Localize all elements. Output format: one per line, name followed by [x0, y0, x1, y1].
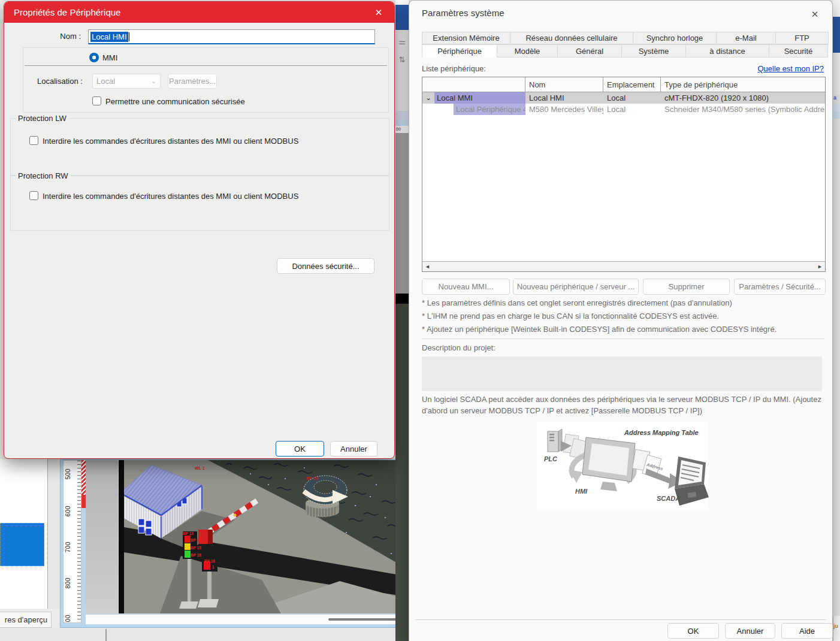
- cancel-button[interactable]: Annuler: [725, 623, 775, 639]
- dialog-title: Paramètres système: [422, 8, 504, 18]
- preview-tab-label: res d'aperçu: [5, 615, 47, 624]
- preview-panel: [0, 459, 48, 609]
- scada-info-text: Un logiciel SCADA peut accéder aux donné…: [422, 394, 828, 416]
- tab-systeme[interactable]: Système: [621, 44, 686, 58]
- protection-rw-title: Protection RW: [16, 171, 71, 180]
- tab-peripherique[interactable]: Périphérique: [422, 44, 497, 58]
- tab-synchro-horloge[interactable]: Synchro horloge: [633, 32, 717, 44]
- tree-cell-local-mmi: Local MMI: [434, 92, 525, 104]
- tab-reseau-cellulaire[interactable]: Réseau données cellulaire: [510, 32, 633, 44]
- mmi-radio[interactable]: [89, 53, 99, 62]
- cell-type: Schneider M340/M580 series (Symbolic Add…: [661, 104, 825, 115]
- localisation-select[interactable]: Local ⌄: [92, 74, 161, 89]
- protection-lw-title: Protection LW: [16, 114, 69, 123]
- new-mmi-button[interactable]: Nouveau MMI...: [422, 279, 510, 295]
- vertical-ruler: 500 600 700 800 900: [63, 460, 81, 623]
- localisation-label: Localisation :: [37, 77, 83, 86]
- tab-securite[interactable]: Securité: [769, 44, 828, 58]
- divider: [415, 619, 826, 620]
- security-data-button[interactable]: Données sécurité...: [277, 258, 374, 274]
- address-mapping-table-label: Address Mapping Table: [624, 429, 699, 436]
- what-is-my-ip-link[interactable]: Quelle est mon IP?: [757, 64, 824, 73]
- plc-label: PLC: [544, 455, 558, 462]
- plc-icon: [548, 429, 562, 452]
- table-header-emplacement: Emplacement: [603, 77, 661, 92]
- protection-rw-group: Protection RW Interdire les commandes d'…: [10, 176, 389, 231]
- ruler-number: 500: [65, 468, 71, 479]
- scene-label-bp18-value: 1: [212, 565, 214, 569]
- scroll-left-icon[interactable]: ◄: [425, 264, 430, 270]
- mini-ruler-text: 00: [396, 127, 401, 131]
- tab-extension-memoire[interactable]: Extension Mémoire: [422, 32, 510, 44]
- settings-tabs: Extension Mémoire Réseau données cellula…: [422, 32, 830, 58]
- scene-label-bp13: BP 13: [183, 531, 194, 536]
- dialog-title: Propriétés de Périphérique: [14, 7, 120, 17]
- device-list-label: Liste périphérique:: [422, 64, 486, 73]
- help-button[interactable]: Aide: [781, 623, 833, 639]
- cell-nom: M580 Mercedes Villey: [525, 104, 603, 115]
- tree-expand-icon[interactable]: ⌄: [422, 94, 434, 102]
- table-row[interactable]: Local Périphérique 4 M580 Mercedes Ville…: [422, 104, 825, 115]
- canvas-horizontal-scrollbar[interactable]: [86, 614, 414, 624]
- device-properties-dialog: Propriétés de Périphérique ✕ Nom : Local…: [4, 1, 395, 459]
- cell-type: cMT-FHDX-820 (1920 x 1080): [661, 92, 825, 104]
- cancel-button[interactable]: Annuler: [330, 441, 377, 456]
- tab-a-distance[interactable]: à distance: [685, 44, 769, 58]
- dialog-titlebar[interactable]: Propriétés de Périphérique: [4, 2, 394, 23]
- cell-emplacement: Local: [603, 104, 661, 115]
- parametres-button[interactable]: Paramètres...: [168, 74, 217, 89]
- table-header-tree: [422, 77, 525, 92]
- table-horizontal-scrollbar[interactable]: ◄ ►: [422, 261, 825, 271]
- scene-label-bp14: BP 14: [191, 538, 201, 542]
- delete-button[interactable]: Supprimer: [643, 279, 730, 295]
- new-device-server-button[interactable]: Nouveau périphérique / serveur ...: [513, 279, 639, 295]
- scene-3d-viewport[interactable]: WL 1: [124, 460, 414, 613]
- table-row[interactable]: ⌄ Local MMI Local HMI Local cMT-FHDX-820…: [422, 92, 825, 104]
- status-divider: [105, 629, 107, 641]
- project-description-textarea[interactable]: [422, 356, 822, 391]
- table-header-nom: Nom: [525, 77, 603, 92]
- tab-general[interactable]: Général: [557, 44, 622, 58]
- scroll-right-icon[interactable]: ►: [817, 264, 823, 270]
- scene-label-bp20: BP 20: [306, 476, 318, 480]
- protection-lw-checkbox[interactable]: [29, 136, 38, 145]
- app-titlebar-fragment: [395, 5, 409, 30]
- name-input[interactable]: Local HMI: [88, 29, 375, 44]
- cell-nom: Local HMI: [525, 92, 603, 104]
- app-right-sliver: a ju: [833, 0, 840, 641]
- ruler-ticks: [77, 461, 81, 622]
- toolbar-resize-icon[interactable]: ⇅: [397, 55, 407, 64]
- secure-communication-checkbox[interactable]: [92, 96, 101, 105]
- ruler-number: 700: [65, 542, 71, 552]
- device-buttons-row: Nouveau MMI... Nouveau périphérique / se…: [422, 279, 826, 295]
- ok-button[interactable]: OK: [667, 623, 719, 639]
- cell-emplacement: Local: [603, 92, 661, 104]
- device-table: Nom Emplacement Type de périphérique ⌄ L…: [422, 77, 826, 272]
- protection-lw-checkbox-label: Interdire les commandes d'écritures dist…: [43, 137, 298, 146]
- scada-label: SCADA: [657, 495, 680, 502]
- note-1: * Les paramètres définis dans cet onglet…: [422, 298, 732, 307]
- scene-label-bp18: BP 18: [204, 559, 215, 563]
- secure-communication-label: Permettre une communication sécurisée: [105, 97, 245, 106]
- chevron-down-icon: ⌄: [151, 77, 156, 85]
- tab-modele[interactable]: Modèle: [497, 44, 558, 58]
- preview-object-rect[interactable]: [0, 523, 44, 566]
- parameters-security-button[interactable]: Paramètres / Sécurité...: [734, 279, 826, 295]
- protection-lw-group: Protection LW Interdire les commandes d'…: [10, 118, 389, 176]
- table-header-type: Type de périphérique: [661, 77, 825, 92]
- divider: [25, 65, 387, 66]
- protection-rw-checkbox[interactable]: [29, 191, 38, 200]
- close-icon[interactable]: ✕: [369, 4, 388, 20]
- name-label: Nom :: [10, 32, 81, 41]
- toolbar-align-icon[interactable]: ⚌: [397, 37, 407, 46]
- preview-tab-strip: res d'aperçu: [0, 609, 59, 628]
- tab-ftp[interactable]: FTP: [775, 32, 829, 44]
- preview-window-tab[interactable]: res d'aperçu: [0, 612, 52, 628]
- scene-label-bp16: BP 16: [191, 553, 201, 557]
- ok-button[interactable]: OK: [276, 441, 324, 456]
- tab-email[interactable]: e-Mail: [716, 32, 776, 44]
- ruler-selection-marker: [81, 460, 86, 508]
- close-icon[interactable]: ✕: [806, 7, 824, 22]
- text-caret: [129, 32, 129, 41]
- scene-edge-band: [119, 460, 124, 613]
